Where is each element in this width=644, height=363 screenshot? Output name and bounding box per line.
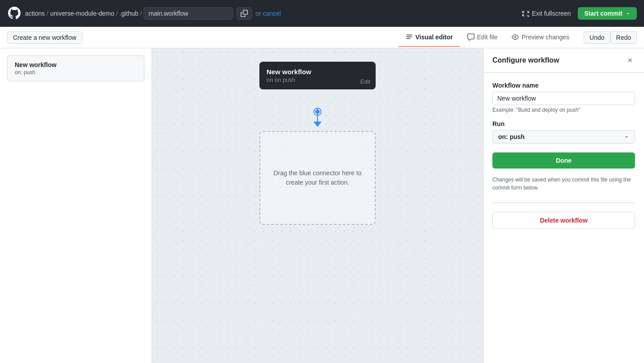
workflow-node[interactable]: New workflow on on push Edit [259, 62, 376, 89]
or-cancel: or cancel [255, 10, 281, 17]
sidebar-workflow-meta: on: push [15, 69, 137, 76]
breadcrumb-repo[interactable]: universe-module-demo [50, 10, 114, 17]
sidebar-workflow-title: New workflow [15, 61, 137, 68]
drop-zone: Drag the blue connector here tocreate yo… [259, 131, 376, 225]
start-commit-label: Start commit [584, 10, 623, 17]
tab-edit-file-label: Edit file [477, 34, 498, 41]
delete-workflow-button[interactable]: Delete workflow [492, 212, 635, 229]
run-select-button[interactable]: on: push [492, 130, 635, 144]
save-note: Changes will be saved when you commit th… [492, 176, 635, 192]
workflow-name-input[interactable] [492, 92, 635, 105]
start-commit-button[interactable]: Start commit [578, 7, 637, 20]
sidebar: New workflow on: push [0, 48, 152, 363]
drop-zone-text: Drag the blue connector here tocreate yo… [274, 169, 362, 187]
tab-preview-changes[interactable]: Preview changes [504, 28, 576, 47]
run-label: Run [492, 120, 635, 127]
github-logo [7, 6, 21, 21]
redo-button[interactable]: Redo [610, 31, 637, 44]
connector-arrow [314, 122, 322, 127]
create-new-workflow-button[interactable]: Create a new workflow [7, 31, 82, 44]
workflow-name-hint: Example: "Build and deploy on push" [492, 107, 635, 113]
sidebar-workflow-item[interactable]: New workflow on: push [7, 55, 144, 81]
main-layout: New workflow on: push New workflow on on… [0, 48, 644, 363]
breadcrumb-sep1: / [47, 10, 48, 17]
canvas-area[interactable]: New workflow on on push Edit Drag the bl… [152, 48, 483, 363]
or-text: or [255, 10, 261, 17]
exit-fullscreen-label: Exit fullscreen [532, 10, 571, 17]
exit-fullscreen-button[interactable]: Exit fullscreen [518, 8, 574, 19]
workflow-node-edit-button[interactable]: Edit [360, 78, 370, 85]
tab-visual-editor-label: Visual editor [415, 34, 453, 41]
divider [492, 203, 635, 203]
breadcrumb-sep2: / [116, 10, 118, 17]
copy-button[interactable] [237, 7, 252, 20]
cancel-link[interactable]: cancel [263, 10, 281, 17]
undo-button[interactable]: Undo [584, 31, 610, 44]
configure-header: Configure workflow × [483, 48, 644, 73]
tab-preview-changes-label: Preview changes [521, 34, 569, 41]
breadcrumb-github[interactable]: .github [119, 10, 138, 17]
run-group: Run on: push [492, 120, 635, 144]
top-nav: actions / universe-module-demo / .github… [0, 0, 644, 27]
breadcrumb-sep3: / [140, 10, 142, 17]
done-button[interactable]: Done [492, 152, 635, 169]
run-select-value: on: push [498, 133, 525, 140]
breadcrumb: actions / universe-module-demo / .github… [25, 7, 233, 20]
workflow-name-label: Workflow name [492, 82, 635, 89]
configure-title: Configure workflow [492, 56, 559, 64]
workflow-node-title: New workflow [267, 68, 369, 76]
workflow-name-group: Workflow name Example: "Build and deploy… [492, 82, 635, 113]
tab-visual-editor[interactable]: Visual editor [398, 28, 460, 47]
workflow-node-meta: on on push [267, 76, 369, 83]
filename-input[interactable] [144, 7, 233, 20]
tab-edit-file[interactable]: Edit file [460, 28, 505, 47]
configure-close-button[interactable]: × [625, 55, 635, 65]
configure-body: Workflow name Example: "Build and deploy… [483, 73, 644, 363]
tabs-bar: Create a new workflow Visual editor Edit… [0, 27, 644, 48]
breadcrumb-actions[interactable]: actions [25, 10, 45, 17]
configure-panel: Configure workflow × Workflow name Examp… [483, 48, 644, 363]
